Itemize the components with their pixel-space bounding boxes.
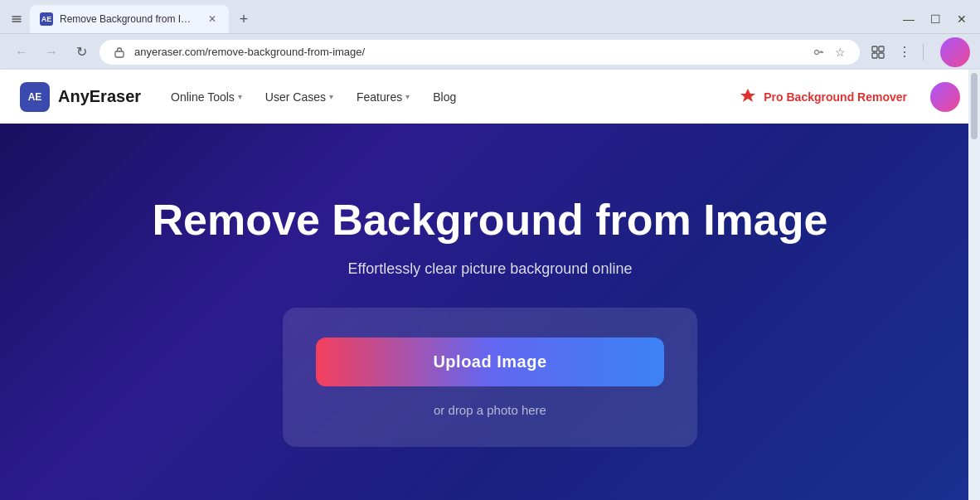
nav-blog-label: Blog <box>433 90 456 104</box>
logo-icon: AE <box>20 82 50 112</box>
user-avatar[interactable] <box>930 82 960 112</box>
nav-pro-button[interactable]: Pro Background Remover <box>729 80 917 113</box>
nav-features[interactable]: Features ▾ <box>347 84 420 110</box>
hero-title: Remove Background from Image <box>153 197 828 244</box>
url-input[interactable]: anyeraser.com/remove-background-from-ima… <box>99 40 860 65</box>
scrollbar[interactable] <box>968 70 980 500</box>
tab-close-button[interactable]: ✕ <box>206 12 219 26</box>
close-button[interactable]: ✕ <box>950 7 973 31</box>
nav-blog[interactable]: Blog <box>423 84 466 110</box>
brand-name: AnyEraser <box>58 87 141 106</box>
chevron-down-icon: ▾ <box>405 92 410 101</box>
pro-icon <box>739 87 757 106</box>
chevron-down-icon: ▾ <box>238 92 242 101</box>
upload-box: Upload Image or drop a photo here <box>283 308 697 447</box>
nav-online-tools[interactable]: Online Tools ▾ <box>161 84 252 110</box>
hero-section: Remove Background from Image Effortlessl… <box>0 124 980 500</box>
tab-favicon: AE <box>40 12 53 26</box>
password-icon[interactable] <box>810 44 827 61</box>
site-logo[interactable]: AE AnyEraser <box>20 82 141 112</box>
svg-point-2 <box>822 51 823 53</box>
site-navbar: AE AnyEraser Online Tools ▾ User Cases ▾… <box>0 70 980 124</box>
scrollbar-thumb[interactable] <box>971 73 978 139</box>
new-tab-button[interactable]: + <box>232 7 255 31</box>
maximize-button[interactable]: ☐ <box>924 7 947 31</box>
nav-links: Online Tools ▾ User Cases ▾ Features ▾ B… <box>161 80 960 113</box>
refresh-button[interactable]: ↻ <box>70 41 93 64</box>
lock-icon <box>111 44 128 61</box>
nav-user-cases[interactable]: User Cases ▾ <box>255 84 343 110</box>
svg-rect-4 <box>879 46 884 51</box>
svg-rect-6 <box>879 53 884 58</box>
back-button[interactable]: ← <box>10 41 33 64</box>
extensions-button[interactable] <box>866 41 890 64</box>
nav-online-tools-label: Online Tools <box>171 90 235 104</box>
svg-rect-0 <box>115 51 124 57</box>
svg-marker-7 <box>740 89 755 102</box>
active-tab[interactable]: AE Remove Background from Ima… ✕ <box>30 5 229 33</box>
pro-label: Pro Background Remover <box>764 90 907 104</box>
tab-list-button[interactable] <box>7 9 27 29</box>
browser-profile-avatar[interactable] <box>940 37 970 67</box>
svg-point-1 <box>815 50 819 54</box>
nav-features-label: Features <box>357 90 402 104</box>
drop-text: or drop a photo here <box>434 403 546 417</box>
bookmark-icon[interactable]: ☆ <box>832 44 848 61</box>
tab-title: Remove Background from Ima… <box>60 13 199 25</box>
forward-button[interactable]: → <box>40 41 63 64</box>
svg-rect-3 <box>872 46 877 51</box>
hero-subtitle: Effortlessly clear picture background on… <box>348 260 633 278</box>
chevron-down-icon: ▾ <box>329 92 333 101</box>
svg-rect-5 <box>872 53 877 58</box>
upload-image-button[interactable]: Upload Image <box>316 337 664 386</box>
separator <box>923 44 924 61</box>
minimize-button[interactable]: — <box>897 7 920 31</box>
chrome-menu-button[interactable]: ⋮ <box>893 41 916 64</box>
address-bar: ← → ↻ anyeraser.com/remove-background-fr… <box>0 33 980 70</box>
url-text: anyeraser.com/remove-background-from-ima… <box>134 46 803 58</box>
website-content: AE AnyEraser Online Tools ▾ User Cases ▾… <box>0 70 980 500</box>
nav-user-cases-label: User Cases <box>265 90 326 104</box>
